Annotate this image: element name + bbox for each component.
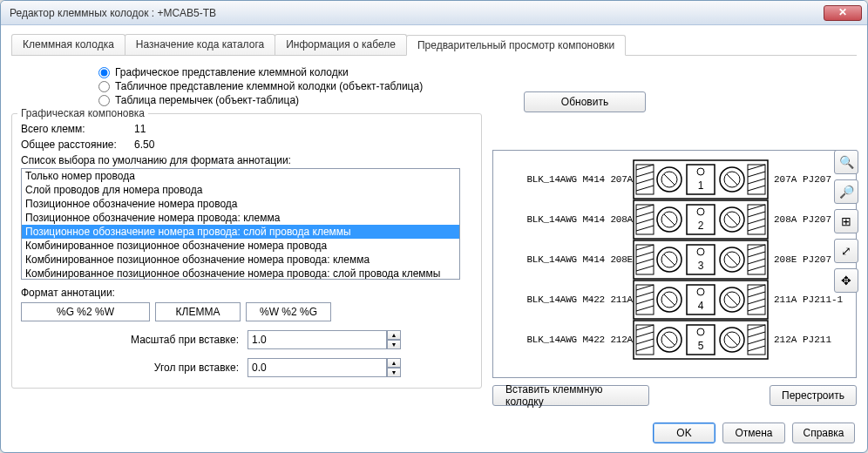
scale-up-button[interactable]: ▲ (387, 330, 401, 340)
angle-input[interactable] (248, 358, 387, 377)
tab-layout-preview[interactable]: Предварительный просмотр компоновки (406, 35, 626, 56)
angle-spinner[interactable]: ▲ ▼ (248, 358, 370, 377)
scale-down-button[interactable]: ▼ (387, 340, 401, 349)
terminal-graphic-icon: 4 (633, 280, 769, 320)
terminal-left-text: BLK_14AWG M422 212A (498, 335, 633, 345)
angle-label: Угол при вставке: (21, 362, 248, 374)
angle-up-button[interactable]: ▲ (387, 358, 401, 368)
total-terminals-value: 11 (134, 123, 146, 135)
radio-table-input[interactable] (98, 81, 110, 92)
window-body: Клеммная колодка Назначение кода каталог… (1, 25, 867, 452)
zoom-extents-button[interactable]: ⤢ (834, 239, 858, 263)
pan-button[interactable]: ✥ (834, 268, 858, 293)
angle-row: Угол при вставке: ▲ ▼ (21, 358, 472, 377)
angle-down-button[interactable]: ▼ (387, 368, 401, 377)
terminal-left-text: BLK_14AWG M414 208A (498, 214, 633, 225)
insert-terminal-button[interactable]: Вставить клеммную колодку (492, 385, 649, 406)
total-distance-row: Общее расстояние: 6.50 (21, 139, 472, 151)
left-column: Графическая компоновка Всего клемм: 11 О… (11, 113, 482, 389)
window-frame: Редактор клеммных колодок : +MCAB5-TB ✕ … (0, 0, 868, 453)
annotation-format-row: %G %2 %W КЛЕММА %W %2 %G (21, 302, 472, 321)
terminal-left-text: BLK_14AWG M414 208E (498, 254, 633, 265)
tabstrip: Клеммная колодка Назначение кода каталог… (11, 34, 857, 56)
content-row: Графическая компоновка Всего клемм: 11 О… (11, 113, 857, 443)
right-column: BLK_14AWG M414 207A1207A PJ207BLK_14AWG … (492, 113, 857, 406)
terminal-row: BLK_14AWG M414 208A2208A PJ207 (498, 199, 851, 240)
terminal-graphic-icon: 5 (633, 320, 769, 360)
total-distance-value: 6.50 (134, 139, 154, 151)
scale-label: Масштаб при вставке: (21, 334, 248, 346)
annotation-format-listbox[interactable]: Только номер проводаСлой проводов для но… (21, 168, 460, 280)
radio-jumper-input[interactable] (98, 95, 110, 106)
scale-input[interactable] (248, 330, 387, 349)
svg-text:2: 2 (698, 220, 704, 232)
svg-point-70 (697, 288, 704, 295)
help-button[interactable]: Справка (792, 423, 855, 443)
preview-box[interactable]: BLK_14AWG M414 207A1207A PJ207BLK_14AWG … (492, 150, 857, 378)
terminal-row: BLK_14AWG M414 207A1207A PJ207 (498, 159, 851, 199)
zoom-out-button[interactable]: 🔎 (834, 179, 858, 204)
terminal-right-text: 212A PJ211 (769, 335, 851, 345)
titlebar: Редактор клеммных колодок : +MCAB5-TB ✕ (1, 1, 867, 25)
terminal-graphic-icon: 2 (633, 199, 769, 240)
svg-point-50 (697, 248, 704, 255)
listbox-item[interactable]: Комбинированное позиционное обозначение … (22, 253, 459, 267)
radio-table[interactable]: Табличное представление клеммной колодки… (98, 80, 857, 92)
svg-text:1: 1 (698, 179, 704, 192)
terminal-right-text: 211A PJ211-1 (769, 294, 851, 305)
total-terminals-row: Всего клемм: 11 (21, 123, 472, 135)
svg-point-10 (697, 168, 704, 175)
rebuild-button[interactable]: Перестроить (770, 385, 857, 406)
dialog-buttons: OK Отмена Справка (653, 423, 855, 443)
preview-inner: BLK_14AWG M414 207A1207A PJ207BLK_14AWG … (498, 159, 851, 360)
close-button[interactable]: ✕ (824, 5, 862, 21)
radio-jumper-label: Таблица перемычек (объект-таблица) (115, 94, 299, 106)
svg-text:5: 5 (698, 340, 704, 352)
listbox-item[interactable]: Позиционное обозначение номера провода: … (22, 225, 459, 239)
preview-bottom-row: Вставить клеммную колодку Перестроить (492, 385, 857, 406)
window-title: Редактор клеммных колодок : +MCAB5-TB (6, 7, 824, 19)
svg-point-90 (697, 328, 704, 335)
tab-terminal-strip[interactable]: Клеммная колодка (11, 34, 125, 55)
annotation-center-box[interactable]: КЛЕММА (155, 302, 241, 321)
total-distance-label: Общее расстояние: (21, 139, 134, 151)
zoom-in-button[interactable]: 🔍 (834, 150, 858, 174)
ok-button[interactable]: OK (653, 423, 715, 443)
svg-text:3: 3 (698, 260, 704, 272)
terminal-row: BLK_14AWG M422 212A5212A PJ211 (498, 320, 851, 360)
listbox-item[interactable]: Только номер провода (22, 169, 459, 183)
cancel-button[interactable]: Отмена (722, 423, 785, 443)
annotation-left-box[interactable]: %G %2 %W (21, 302, 150, 321)
total-terminals-label: Всего клемм: (21, 123, 134, 135)
radio-graphic[interactable]: Графическое представление клеммной колод… (98, 66, 857, 78)
graphic-layout-fieldset: Графическая компоновка Всего клемм: 11 О… (11, 113, 482, 389)
listbox-item[interactable]: Слой проводов для номера провода (22, 183, 459, 197)
svg-text:4: 4 (698, 300, 704, 312)
scale-row: Масштаб при вставке: ▲ ▼ (21, 330, 472, 349)
listbox-item[interactable]: Позиционное обозначение номера провода (22, 197, 459, 211)
terminal-row: BLK_14AWG M414 208E3208E PJ207 (498, 240, 851, 280)
radio-graphic-input[interactable] (98, 67, 110, 78)
listbox-item[interactable]: Позиционное обозначение номера провода: … (22, 211, 459, 225)
terminal-row: BLK_14AWG M422 211A4211A PJ211-1 (498, 280, 851, 320)
fieldset-legend: Графическая компоновка (17, 107, 148, 119)
svg-point-30 (697, 208, 704, 215)
radio-table-label: Табличное представление клеммной колодки… (115, 80, 423, 92)
terminal-left-text: BLK_14AWG M422 211A (498, 294, 633, 305)
annotation-format-label: Формат аннотации: (21, 287, 472, 299)
terminal-left-text: BLK_14AWG M414 207A (498, 174, 633, 185)
radio-jumper[interactable]: Таблица перемычек (объект-таблица) (98, 94, 857, 106)
terminal-graphic-icon: 1 (633, 159, 769, 199)
terminal-graphic-icon: 3 (633, 240, 769, 280)
tab-catalog-code[interactable]: Назначение кода каталога (125, 34, 275, 55)
listbox-item[interactable]: Комбинированное позиционное обозначение … (22, 239, 459, 253)
view-radio-group: Графическое представление клеммной колод… (11, 66, 857, 108)
annotation-right-box[interactable]: %W %2 %G (246, 302, 331, 321)
update-button[interactable]: Обновить (524, 91, 646, 112)
scale-spinner[interactable]: ▲ ▼ (248, 330, 370, 349)
zoom-window-button[interactable]: ⊞ (834, 209, 858, 233)
listbox-item[interactable]: Комбинированное позиционное обозначение … (22, 267, 459, 280)
tab-cable-info[interactable]: Информация о кабеле (275, 34, 407, 55)
zoom-toolbar: 🔍 🔎 ⊞ ⤢ ✥ (834, 150, 858, 293)
listbox-label: Список выбора по умолчанию для формата а… (21, 154, 472, 166)
